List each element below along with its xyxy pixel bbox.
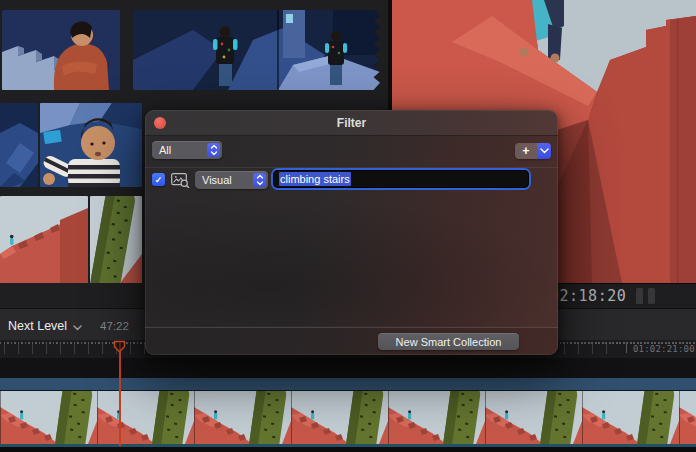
filter-dialog: Filter All + ✓ bbox=[145, 110, 558, 355]
red-shirt-thumbnail-art bbox=[2, 10, 120, 90]
query-selected-text: climbing stairs bbox=[279, 172, 351, 186]
browser-clip-red-stairs[interactable] bbox=[0, 196, 88, 283]
browser-clip-red-shirt[interactable] bbox=[2, 10, 120, 90]
add-rule-button[interactable]: + bbox=[515, 143, 537, 159]
rule-type-popup[interactable]: Visual bbox=[195, 171, 268, 189]
dialog-separator bbox=[145, 167, 558, 168]
rule-type-value: Visual bbox=[195, 174, 253, 186]
browser-clip-floral-shirt[interactable] bbox=[133, 10, 380, 90]
image-search-icon bbox=[171, 173, 190, 192]
popup-chevrons-icon bbox=[253, 173, 266, 187]
popup-chevrons-icon bbox=[207, 143, 220, 157]
chevron-down-icon bbox=[540, 148, 549, 154]
dialog-footer: New Smart Collection bbox=[145, 327, 558, 355]
blue-stairs-thumbnail-art bbox=[0, 103, 38, 187]
ruler-timecode-tick bbox=[626, 343, 627, 353]
track-background bbox=[0, 447, 696, 452]
red-stairs-thumbnail-art bbox=[0, 196, 88, 283]
add-rule-menu-button[interactable] bbox=[537, 143, 551, 159]
current-timecode[interactable]: 02:18:20 bbox=[550, 287, 626, 305]
browser-clip-blue-stairs[interactable] bbox=[0, 103, 38, 187]
browser-clip-striped-shirt[interactable] bbox=[40, 103, 142, 187]
checkmark-icon: ✓ bbox=[155, 175, 163, 185]
project-duration: 47:22 bbox=[100, 320, 129, 332]
clip-top-band[interactable] bbox=[0, 378, 696, 391]
dialog-content-area bbox=[145, 197, 558, 326]
filter-scope-value: All bbox=[152, 144, 207, 156]
browser-clip-cactus[interactable] bbox=[90, 196, 142, 283]
filter-query-input[interactable]: climbing stairs bbox=[273, 170, 529, 188]
filter-scope-popup[interactable]: All bbox=[152, 141, 222, 159]
add-rule-control: + bbox=[515, 143, 551, 159]
rule-enabled-checkbox[interactable]: ✓ bbox=[152, 173, 165, 186]
audio-meter-right bbox=[648, 288, 655, 304]
dialog-title: Filter bbox=[145, 116, 558, 130]
floral-shirt-thumbnail-art bbox=[133, 10, 380, 90]
fcp-window: 02:18:20 Next Level 47:22 bbox=[0, 0, 696, 452]
playhead-handle[interactable] bbox=[113, 340, 126, 358]
clip-filmstrip[interactable] bbox=[0, 391, 696, 444]
chevron-down-icon bbox=[73, 317, 82, 335]
dialog-titlebar[interactable]: Filter bbox=[145, 110, 558, 136]
project-switcher[interactable]: Next Level 47:22 bbox=[8, 317, 129, 335]
new-smart-collection-button[interactable]: New Smart Collection bbox=[378, 333, 519, 350]
audio-meter-left bbox=[636, 288, 643, 304]
striped-shirt-thumbnail-art bbox=[40, 103, 142, 187]
ruler-timecode: 01:02:21:00 bbox=[633, 344, 695, 354]
cactus-thumbnail-art bbox=[90, 196, 142, 283]
project-name: Next Level bbox=[8, 319, 67, 333]
timeline-tracks bbox=[0, 358, 696, 452]
